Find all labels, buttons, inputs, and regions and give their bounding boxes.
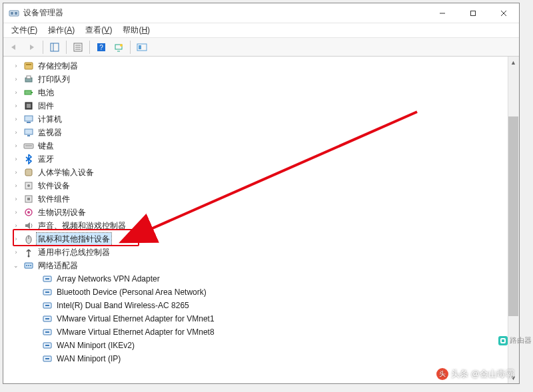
svg-point-46 bbox=[30, 265, 31, 266]
battery-icon bbox=[23, 87, 34, 98]
component-icon bbox=[23, 194, 34, 204]
minimize-button[interactable] bbox=[427, 3, 458, 23]
menu-file[interactable]: 文件(F) bbox=[7, 23, 41, 37]
tree-node-child[interactable]: Array Networks VPN Adapter bbox=[5, 272, 519, 286]
tree-node-keyboards[interactable]: ›键盘 bbox=[5, 139, 519, 152]
tree-node-label: VMware Virtual Ethernet Adapter for VMne… bbox=[55, 313, 216, 324]
menu-view[interactable]: 查看(V) bbox=[81, 23, 116, 37]
help-button[interactable]: ? bbox=[93, 40, 109, 55]
titlebar[interactable]: 设备管理器 bbox=[3, 3, 519, 23]
tree-node-computer[interactable]: ›计算机 bbox=[5, 112, 519, 126]
show-hide-tree-button[interactable] bbox=[47, 40, 63, 55]
svg-rect-28 bbox=[27, 122, 31, 123]
menu-help[interactable]: 帮助(H) bbox=[119, 23, 154, 37]
svg-rect-1 bbox=[11, 12, 13, 15]
forward-button[interactable] bbox=[23, 40, 39, 55]
router-icon bbox=[498, 336, 508, 345]
tree-node-label: 软件组件 bbox=[37, 193, 71, 206]
tree-node-print-queues[interactable]: ›打印队列 bbox=[5, 73, 519, 86]
expand-icon[interactable]: › bbox=[11, 222, 21, 229]
network-icon bbox=[23, 260, 34, 271]
toolbar-separator bbox=[130, 41, 131, 54]
expand-icon[interactable]: › bbox=[11, 236, 21, 242]
tree-node-bluetooth[interactable]: ›蓝牙 bbox=[5, 152, 519, 166]
tree-node-child[interactable]: WAN Miniport (IKEv2) bbox=[5, 339, 519, 352]
tree-node-batteries[interactable]: ›电池 bbox=[5, 86, 519, 99]
tree-node-network-adapters[interactable]: ⌄网络适配器 bbox=[5, 259, 519, 272]
svg-rect-19 bbox=[25, 63, 33, 69]
maximize-button[interactable] bbox=[458, 3, 488, 23]
expand-icon[interactable]: › bbox=[11, 169, 21, 176]
toolbar: ? bbox=[3, 38, 519, 57]
net-adapter-icon bbox=[42, 274, 53, 284]
expand-icon[interactable]: › bbox=[11, 76, 21, 83]
tree-node-child[interactable]: WAN Miniport (IP) bbox=[5, 352, 519, 365]
software-icon bbox=[23, 180, 34, 191]
tree-node-label: 网络适配器 bbox=[37, 260, 79, 272]
tree-node-child[interactable]: Intel(R) Dual Band Wireless-AC 8265 bbox=[5, 299, 519, 312]
hid-icon bbox=[23, 167, 34, 178]
firmware-icon bbox=[23, 100, 34, 111]
expand-icon[interactable]: › bbox=[11, 156, 21, 162]
tree-node-child[interactable]: Bluetooth Device (Personal Area Network) bbox=[5, 286, 519, 299]
tree-node-storage-controllers[interactable]: ›存储控制器 bbox=[5, 59, 519, 73]
net-adapter-icon bbox=[42, 313, 53, 324]
expand-icon[interactable]: › bbox=[11, 63, 21, 69]
expand-icon[interactable]: › bbox=[11, 196, 21, 202]
device-tree[interactable]: ›存储控制器›打印队列›电池›固件›计算机›监视器›键盘›蓝牙›人体学输入设备›… bbox=[3, 57, 519, 383]
usb-icon bbox=[23, 247, 34, 258]
tree-node-software-devices[interactable]: ›软件设备 bbox=[5, 179, 519, 192]
tree-node-label: Array Networks VPN Adapter bbox=[55, 274, 161, 284]
printer-icon bbox=[23, 74, 34, 85]
scroll-up-arrow[interactable]: ▲ bbox=[508, 57, 519, 68]
tree-node-software-components[interactable]: ›软件组件 bbox=[5, 192, 519, 206]
collapse-icon[interactable]: ⌄ bbox=[11, 262, 21, 269]
expand-icon[interactable]: › bbox=[11, 209, 21, 216]
tree-node-child[interactable]: VMware Virtual Ethernet Adapter for VMne… bbox=[5, 325, 519, 339]
expand-icon[interactable]: › bbox=[11, 89, 21, 96]
tree-node-label: 键盘 bbox=[37, 140, 55, 152]
tree-node-usb-controllers[interactable]: ›通用串行总线控制器 bbox=[5, 246, 519, 259]
svg-rect-24 bbox=[31, 92, 33, 93]
storage-icon bbox=[23, 61, 34, 71]
scan-hardware-button[interactable] bbox=[111, 40, 127, 55]
tree-node-label: WAN Miniport (IP) bbox=[55, 353, 122, 364]
menu-action[interactable]: 操作(A) bbox=[44, 23, 79, 37]
tree-node-mouse[interactable]: ›鼠标和其他指针设备 bbox=[5, 232, 519, 246]
tree-node-biometric[interactable]: ›生物识别设备 bbox=[5, 206, 519, 219]
view-mode-button[interactable] bbox=[134, 40, 150, 55]
expand-icon[interactable]: › bbox=[11, 182, 21, 189]
window-controls bbox=[427, 3, 519, 23]
expand-icon[interactable]: › bbox=[11, 102, 21, 109]
expand-icon[interactable]: › bbox=[11, 129, 21, 136]
scrollbar-track[interactable]: ▲ ▼ bbox=[508, 57, 519, 383]
tree-node-label: 监视器 bbox=[37, 126, 63, 139]
properties-button[interactable] bbox=[70, 40, 86, 55]
svg-rect-4 bbox=[471, 11, 476, 15]
svg-text:?: ? bbox=[99, 44, 103, 51]
expand-icon[interactable]: › bbox=[11, 142, 21, 149]
expand-icon[interactable]: › bbox=[11, 116, 21, 122]
tree-node-hid[interactable]: ›人体学输入设备 bbox=[5, 166, 519, 179]
tree-node-sound-video-game[interactable]: ›声音、视频和游戏控制器 bbox=[5, 219, 519, 232]
close-button[interactable] bbox=[488, 3, 519, 23]
tree-node-child[interactable]: VMware Virtual Ethernet Adapter for VMne… bbox=[5, 312, 519, 325]
tree-node-monitors[interactable]: ›监视器 bbox=[5, 126, 519, 139]
scroll-thumb[interactable] bbox=[508, 116, 518, 316]
svg-rect-52 bbox=[45, 305, 49, 306]
toutiao-icon: 头 bbox=[436, 368, 448, 380]
net-adapter-icon bbox=[42, 327, 53, 337]
bluetooth-icon bbox=[23, 154, 34, 164]
tree-node-label: 通用串行总线控制器 bbox=[37, 246, 111, 259]
svg-rect-54 bbox=[45, 318, 49, 319]
device-manager-window: 设备管理器 文件(F) 操作(A) 查看(V) 帮助(H) ? ›存储控制器›打… bbox=[3, 3, 520, 384]
tree-node-label: 人体学输入设备 bbox=[37, 166, 95, 179]
svg-rect-60 bbox=[45, 358, 49, 359]
svg-point-44 bbox=[26, 265, 27, 266]
back-button[interactable] bbox=[6, 40, 22, 55]
tree-node-firmware[interactable]: ›固件 bbox=[5, 99, 519, 112]
svg-rect-23 bbox=[25, 91, 31, 95]
menubar: 文件(F) 操作(A) 查看(V) 帮助(H) bbox=[3, 23, 519, 38]
expand-icon[interactable]: › bbox=[11, 249, 21, 256]
svg-rect-18 bbox=[139, 45, 141, 49]
